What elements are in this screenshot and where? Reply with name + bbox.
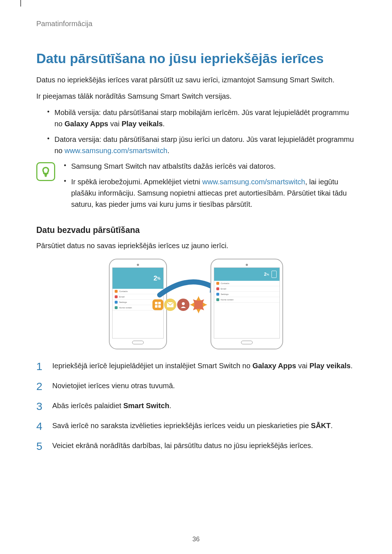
apps-icon xyxy=(152,299,163,310)
sub-intro: Pārsūtiet datus no savas iepriekšējās ie… xyxy=(36,240,356,251)
header-tick xyxy=(20,0,21,7)
list-item: Contacts xyxy=(113,289,163,294)
list-item: Contacts xyxy=(214,281,279,286)
step-5: Veiciet ekrānā norādītās darbības, lai p… xyxy=(36,440,356,451)
tablet-list: ContactsEmailSettingsHome screen xyxy=(214,281,279,338)
tablet-device: 2% ContactsEmailSettingsHome screen xyxy=(211,259,283,349)
step-4: Savā ierīcē no saraksta izvēlieties iepr… xyxy=(36,420,356,431)
svg-rect-1 xyxy=(158,302,161,304)
person-icon xyxy=(177,299,189,311)
star-icon xyxy=(189,295,208,315)
page-title: Datu pārsūtīšana no jūsu iepriekšējās ie… xyxy=(36,51,356,66)
phone-list: ContactsEmailSettingsHome screen xyxy=(113,289,163,338)
list-item: Settings xyxy=(214,292,279,297)
list-item: Email xyxy=(214,286,279,292)
note-item-1: Samsung Smart Switch nav atbalstīts dažā… xyxy=(64,161,356,172)
intro-paragraph-2: Ir pieejamas tālāk norādītās Samsung Sma… xyxy=(36,91,356,102)
smartswitch-link[interactable]: www.samsung.com/smartswitch xyxy=(65,147,167,155)
bullet-mobile-version: Mobilā versija: datu pārsūtīšanai starp … xyxy=(47,107,356,130)
mail-icon xyxy=(164,299,176,311)
bullet-desktop-version: Datora versija: datu pārsūtīšanai starp … xyxy=(47,134,356,156)
step-3: Abās ierīcēs palaidiet Smart Switch. xyxy=(36,400,356,411)
note-icon xyxy=(36,162,55,181)
transfer-illustration: 2% ContactsEmailSettingsHome screen xyxy=(36,259,356,349)
smartswitch-link-2[interactable]: www.samsung.com/smartswitch xyxy=(202,178,305,186)
svg-rect-3 xyxy=(158,305,161,308)
svg-rect-2 xyxy=(155,305,158,308)
note-item-2: Ir spēkā ierobežojumi. Apmeklējiet vietn… xyxy=(64,176,356,210)
step-2: Novietojiet ierīces vienu otras tuvumā. xyxy=(36,380,356,391)
subheading: Datu bezvadu pārsūtīšana xyxy=(36,225,356,235)
intro-paragraph-1: Datus no iepriekšējās ierīces varat pārs… xyxy=(36,74,356,86)
svg-rect-0 xyxy=(155,302,158,304)
page-number: 36 xyxy=(0,535,392,543)
svg-point-5 xyxy=(182,302,185,305)
section-label: Pamatinformācija xyxy=(36,18,356,29)
list-item: Home screen xyxy=(214,297,279,303)
step-1: Iepriekšējā ierīcē lejupielādējiet un in… xyxy=(36,360,356,372)
